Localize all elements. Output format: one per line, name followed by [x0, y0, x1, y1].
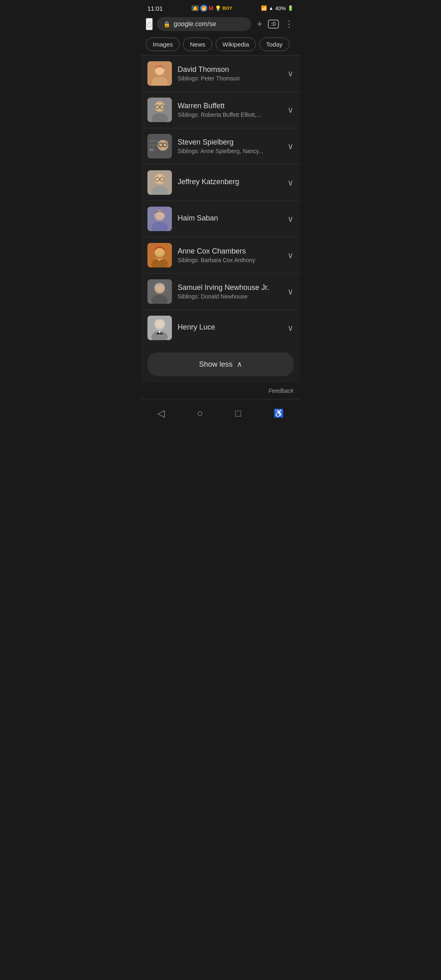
svg-line-12 [164, 107, 165, 107]
show-less-button[interactable]: Show less ∧ [147, 352, 294, 376]
bottom-navigation: ◁ ○ □ ♿ [141, 399, 300, 425]
chip-images[interactable]: Images [146, 38, 180, 51]
person-info: Anne Cox Chambers Siblings: Barbara Cox … [178, 247, 282, 263]
chevron-down-icon: ∨ [287, 287, 294, 296]
wifi-icon: 📶 [261, 5, 267, 11]
list-item[interactable]: Haim Saban ∨ [141, 201, 300, 237]
avatar: ARCH FUND RANC PROG BC [147, 134, 172, 158]
person-siblings: Siblings: Anne Spielberg, Nancy... [178, 148, 276, 154]
person-siblings: Siblings: Peter Thomson [178, 75, 276, 82]
person-list: David Thomson Siblings: Peter Thomson ∨ … [141, 56, 300, 346]
svg-line-11 [154, 107, 155, 107]
list-item[interactable]: Jeffrey Katzenberg ∨ [141, 165, 300, 201]
person-siblings: Siblings: Roberta Buffett Elliott,... [178, 111, 276, 118]
person-info: David Thomson Siblings: Peter Thomson [178, 65, 282, 82]
chevron-down-icon: ∨ [287, 214, 294, 224]
list-item[interactable]: David Thomson Siblings: Peter Thomson ∨ [141, 56, 300, 92]
chip-wikipedia[interactable]: Wikipedia [216, 38, 256, 51]
svg-point-7 [155, 102, 164, 111]
chip-news[interactable]: News [183, 38, 212, 51]
avatar [147, 98, 172, 122]
address-bar-container: ⌂ 🔒 google.com/se + :D ⋮ [141, 15, 300, 33]
recents-button[interactable]: □ [225, 404, 251, 422]
person-name: Warren Buffett [178, 102, 282, 110]
person-info: Henry Luce [178, 323, 282, 333]
person-info: Warren Buffett Siblings: Roberta Buffett… [178, 102, 282, 118]
home-nav-button[interactable]: ○ [187, 404, 213, 422]
person-name: Henry Luce [178, 323, 282, 332]
more-options-button[interactable]: ⋮ [283, 17, 295, 31]
status-bar: 11:01 🔔 📶 M 💡 BOY 📶 ▲ 40% 🔋 [141, 0, 300, 15]
chevron-up-icon: ∧ [237, 360, 242, 369]
chevron-down-icon: ∨ [287, 178, 294, 187]
chevron-down-icon: ∨ [287, 250, 294, 260]
avatar [147, 207, 172, 231]
svg-point-24 [155, 174, 164, 183]
person-info: Haim Saban [178, 214, 282, 224]
person-info: Jeffrey Katzenberg [178, 178, 282, 187]
list-item[interactable]: Anne Cox Chambers Siblings: Barbara Cox … [141, 237, 300, 274]
system-icons: 📶 ▲ 40% 🔋 [261, 5, 294, 11]
chevron-down-icon: ∨ [287, 69, 294, 78]
person-name: Haim Saban [178, 214, 282, 223]
url-text: google.com/se [174, 20, 216, 28]
list-item[interactable]: ARCH FUND RANC PROG BC Steven Spielberg … [141, 128, 300, 165]
address-bar[interactable]: 🔒 google.com/se [157, 17, 251, 31]
person-name: David Thomson [178, 65, 282, 74]
person-siblings: Siblings: Donald Newhouse [178, 293, 276, 300]
chevron-down-icon: ∨ [287, 105, 294, 115]
person-name: Jeffrey Katzenberg [178, 178, 282, 186]
notification-icons: 🔔 📶 M 💡 BOY [192, 4, 232, 12]
svg-point-36 [159, 259, 160, 261]
chip-today[interactable]: Today [259, 38, 290, 51]
list-item[interactable]: Warren Buffett Siblings: Roberta Buffett… [141, 92, 300, 128]
gmail-icon: M [209, 5, 214, 11]
game-icon: BOY [223, 6, 232, 11]
person-name: Samuel Irving Newhouse Jr. [178, 283, 282, 292]
avatar [147, 243, 172, 267]
brightness-icon: 💡 [215, 5, 221, 11]
battery-icon: 🔋 [287, 5, 294, 11]
person-name: Steven Spielberg [178, 138, 282, 147]
avatar [147, 316, 172, 340]
lock-icon: 🔒 [163, 21, 170, 27]
person-siblings: Siblings: Barbara Cox Anthony [178, 257, 276, 263]
chevron-down-icon: ∨ [287, 141, 294, 151]
person-name: Anne Cox Chambers [178, 247, 282, 256]
show-less-container: Show less ∧ [141, 346, 300, 383]
tab-switcher-button[interactable]: :D [268, 20, 279, 29]
battery-percent: 40% [275, 5, 286, 11]
list-item[interactable]: Samuel Irving Newhouse Jr. Siblings: Don… [141, 274, 300, 310]
chevron-down-icon: ∨ [287, 323, 294, 333]
new-tab-button[interactable]: + [255, 17, 264, 31]
home-button[interactable]: ⌂ [146, 18, 153, 30]
avatar [147, 61, 172, 86]
status-time: 11:01 [147, 5, 163, 12]
show-less-label: Show less [199, 360, 232, 369]
filter-chips-row: Images News Wikipedia Today [141, 33, 300, 56]
list-item[interactable]: Henry Luce ∨ [141, 310, 300, 346]
wifi-cast-icon: 📶 [200, 4, 207, 12]
feedback-row: Feedback [141, 383, 300, 399]
alert-icon: 🔔 [192, 5, 199, 11]
feedback-label[interactable]: Feedback [269, 388, 294, 394]
avatar [147, 170, 172, 195]
avatar [147, 279, 172, 304]
accessibility-button[interactable]: ♿ [264, 405, 294, 421]
person-info: Samuel Irving Newhouse Jr. Siblings: Don… [178, 283, 282, 300]
signal-icon: ▲ [269, 5, 274, 11]
back-button[interactable]: ◁ [147, 404, 174, 422]
svg-text:BC: BC [149, 148, 155, 152]
person-info: Steven Spielberg Siblings: Anne Spielber… [178, 138, 282, 154]
